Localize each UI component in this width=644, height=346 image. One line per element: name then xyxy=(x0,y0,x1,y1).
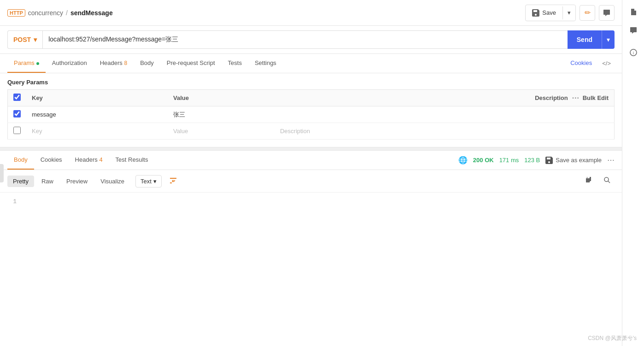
response-meta: 🌐 200 OK 171 ms 123 B Save as example ⋯ xyxy=(458,156,615,164)
table-row: message 张三 xyxy=(8,106,615,123)
response-more-icon[interactable]: ⋯ xyxy=(607,156,615,164)
search-button[interactable] xyxy=(600,174,615,188)
tab-tests[interactable]: Tests xyxy=(222,54,248,73)
bulk-edit-label[interactable]: Bulk Edit xyxy=(583,94,609,101)
response-section: Body Cookies Headers 4 Test Results 🌐 20… xyxy=(0,151,622,211)
select-all-checkbox[interactable] xyxy=(13,94,21,101)
row1-description[interactable] xyxy=(275,106,615,123)
copy-icon xyxy=(585,176,592,184)
format-type-label: Text xyxy=(141,178,152,185)
row2-value[interactable]: Value xyxy=(168,123,275,140)
status-badge: 200 OK xyxy=(473,157,494,164)
edit-button[interactable]: ✏ xyxy=(580,5,595,21)
breadcrumb-separator: / xyxy=(66,9,68,17)
send-button[interactable]: Send xyxy=(568,30,602,49)
send-button-group: Send ▾ xyxy=(568,30,615,49)
resp-tab-headers[interactable]: Headers 4 xyxy=(69,151,109,170)
row1-key[interactable]: message xyxy=(26,106,168,123)
query-params-title: Query Params xyxy=(7,79,615,86)
svg-line-1 xyxy=(608,181,610,183)
key-header: Key xyxy=(26,90,168,106)
left-edge-handle xyxy=(0,164,4,182)
params-more-icon[interactable]: ⋯ xyxy=(572,94,579,102)
resp-tab-testresults[interactable]: Test Results xyxy=(109,151,155,170)
tab-cookies[interactable]: Cookies xyxy=(564,54,598,73)
top-actions: Save ▾ ✏ xyxy=(525,5,615,21)
params-dot xyxy=(36,62,39,65)
line-numbers: 1 xyxy=(7,198,17,205)
format-pretty[interactable]: Pretty xyxy=(7,176,34,187)
wrap-button[interactable] xyxy=(165,174,181,188)
response-time: 171 ms xyxy=(499,157,519,164)
watermark: CSDN @风萧萧兮's xyxy=(588,334,637,342)
row1-value[interactable]: 张三 xyxy=(168,106,275,123)
info-icon: i xyxy=(630,49,637,56)
row2-description[interactable]: Description xyxy=(275,123,615,140)
format-raw[interactable]: Raw xyxy=(36,176,59,187)
code-area: 1 xyxy=(0,193,622,211)
svg-point-0 xyxy=(604,177,609,182)
checkbox-header xyxy=(8,90,27,106)
save-label: Save xyxy=(542,9,556,16)
method-selector[interactable]: POST ▾ xyxy=(7,30,42,49)
save-button-group: Save ▾ xyxy=(525,5,576,21)
response-tabs: Body Cookies Headers 4 Test Results 🌐 20… xyxy=(0,151,622,170)
send-dropdown-button[interactable]: ▾ xyxy=(602,30,615,49)
url-bar: POST ▾ Send ▾ xyxy=(0,26,622,54)
format-visualize[interactable]: Visualize xyxy=(95,176,130,187)
row2-checkbox[interactable] xyxy=(13,127,21,134)
save-icon xyxy=(532,9,539,17)
resp-tab-cookies[interactable]: Cookies xyxy=(34,151,69,170)
section-divider xyxy=(0,147,622,151)
wrap-icon xyxy=(169,176,177,184)
globe-icon: 🌐 xyxy=(458,156,468,164)
tab-params[interactable]: Params xyxy=(7,54,46,73)
description-header: Description ⋯ Bulk Edit xyxy=(275,90,615,106)
save-icon xyxy=(545,157,553,164)
breadcrumb-current: sendMessage xyxy=(70,9,113,17)
document-icon xyxy=(630,8,637,16)
copy-button[interactable] xyxy=(581,174,596,188)
comment-icon xyxy=(603,9,610,17)
tab-authorization[interactable]: Authorization xyxy=(46,54,94,73)
code-toggle[interactable]: </> xyxy=(598,54,615,72)
sidebar-icon-info[interactable]: i xyxy=(625,44,642,61)
format-preview[interactable]: Preview xyxy=(61,176,93,187)
top-bar: HTTP concurrency / sendMessage Save ▾ ✏ xyxy=(0,0,622,26)
chat-icon xyxy=(630,27,637,34)
main-content: HTTP concurrency / sendMessage Save ▾ ✏ xyxy=(0,0,622,211)
format-chevron: ▾ xyxy=(153,178,157,185)
params-table: Key Value Description ⋯ Bulk Edit messag… xyxy=(7,89,615,140)
breadcrumb-parent: concurrency xyxy=(28,9,63,17)
row1-checkbox[interactable] xyxy=(13,110,21,117)
breadcrumb: HTTP concurrency / sendMessage xyxy=(7,9,525,17)
format-bar: Pretty Raw Preview Visualize Text ▾ xyxy=(0,170,622,193)
right-sidebar: i xyxy=(622,0,644,346)
sidebar-icon-comment[interactable] xyxy=(625,22,642,39)
method-chevron: ▾ xyxy=(34,36,37,43)
sidebar-icon-doc[interactable] xyxy=(625,4,642,20)
row2-key[interactable]: Key xyxy=(26,123,168,140)
tab-prerequest[interactable]: Pre-request Script xyxy=(160,54,222,73)
value-header: Value xyxy=(168,90,275,106)
code-content[interactable] xyxy=(24,198,615,205)
protocol-badge: HTTP xyxy=(7,9,25,17)
comment-button[interactable] xyxy=(599,5,615,21)
format-type-selector[interactable]: Text ▾ xyxy=(135,175,162,188)
url-input[interactable] xyxy=(42,30,568,49)
tab-body[interactable]: Body xyxy=(134,54,160,73)
tab-settings[interactable]: Settings xyxy=(248,54,283,73)
save-example-button[interactable]: Save as example xyxy=(545,157,602,164)
tab-headers[interactable]: Headers 8 xyxy=(94,54,134,73)
request-tabs: Params Authorization Headers 8 Body Pre-… xyxy=(0,54,622,73)
svg-text:i: i xyxy=(633,51,634,55)
line-number: 1 xyxy=(7,198,17,205)
response-size: 123 B xyxy=(524,157,540,164)
method-label: POST xyxy=(13,36,31,43)
query-params-section: Query Params Key Value Description ⋯ Bul… xyxy=(0,73,622,140)
search-icon xyxy=(603,176,611,184)
save-button[interactable]: Save xyxy=(526,6,563,19)
save-dropdown-button[interactable]: ▾ xyxy=(563,5,575,21)
resp-tab-body[interactable]: Body xyxy=(7,151,34,170)
table-row-empty: Key Value Description xyxy=(8,123,615,140)
